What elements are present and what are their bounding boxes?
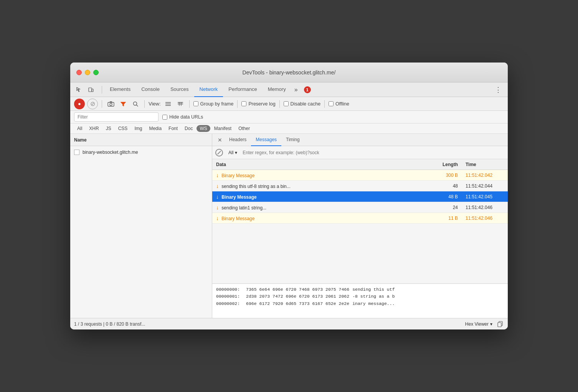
traffic-lights [76, 70, 99, 75]
messages-header-row: Data Length Time [212, 159, 508, 170]
tab-messages[interactable]: Messages [251, 134, 281, 146]
minimize-button[interactable] [85, 70, 90, 75]
main-content: Name binary-websocket.glitch.me ✕ Header… [70, 134, 508, 318]
arrow-down-icon: ↓ [216, 172, 219, 178]
filter-xhr[interactable]: XHR [86, 125, 102, 132]
filter-manifest[interactable]: Manifest [211, 125, 235, 132]
message-row[interactable]: ↓ sending latin1 string... 24 11:51:42.0… [212, 202, 508, 213]
name-column-header: Name [70, 134, 212, 146]
toolbar-divider-4 [237, 100, 238, 108]
message-row[interactable]: ↓ Binary Message 11 B 11:51:42.046 [212, 213, 508, 224]
search-icon[interactable] [130, 99, 140, 109]
message-length-cell: 11 B [423, 216, 462, 221]
tab-headers[interactable]: Headers [225, 134, 251, 146]
view-label: View: [149, 101, 161, 107]
device-toggle-icon[interactable] [86, 84, 96, 95]
toolbar-divider-1 [102, 100, 102, 108]
request-item-name: binary-websocket.glitch.me [83, 150, 138, 155]
toolbar-divider-2 [144, 100, 145, 108]
hex-ascii: -8 string as a b [352, 293, 395, 300]
window-title: DevTools - binary-websocket.glitch.me/ [243, 69, 336, 76]
toolbar-divider-3 [189, 100, 190, 108]
message-data-cell: ↓ Binary Message [212, 194, 423, 200]
message-length-cell: 48 [423, 183, 462, 189]
hex-viewer-dropdown[interactable]: Hex Viewer ▾ [465, 321, 492, 327]
filter-all[interactable]: All [74, 125, 85, 132]
disable-cache-checkbox[interactable]: Disable cache [284, 101, 321, 107]
type-filters-bar: All XHR JS CSS Img Media Font Doc WS Man… [70, 124, 508, 134]
filter-other[interactable]: Other [235, 125, 253, 132]
message-row[interactable]: ↓ sending this utf-8 string as a bin... … [212, 181, 508, 191]
record-button[interactable]: ● [74, 99, 85, 109]
message-row[interactable]: ↓ Binary Message 48 B 11:51:42.045 [212, 191, 508, 202]
svg-line-5 [137, 105, 138, 106]
hex-ascii: sending this utf [352, 286, 395, 293]
filter-ws[interactable]: WS [197, 125, 210, 132]
filter-input[interactable] [74, 112, 159, 122]
toolbar-divider-6 [324, 100, 325, 108]
message-length-cell: 48 B [423, 194, 462, 199]
waterfall-icon[interactable] [175, 99, 185, 109]
copy-button[interactable] [496, 320, 504, 328]
list-view-icon[interactable] [163, 99, 173, 109]
regex-filter-input[interactable] [243, 148, 505, 157]
arrow-down-icon: ↓ [216, 194, 219, 200]
no-entry-icon [215, 149, 223, 156]
data-column-header: Data [212, 162, 423, 167]
tab-memory[interactable]: Memory [263, 82, 291, 97]
tab-performance[interactable]: Performance [223, 82, 262, 97]
arrow-down-icon: ↓ [216, 215, 219, 221]
maximize-button[interactable] [93, 70, 99, 75]
request-item[interactable]: binary-websocket.glitch.me [70, 146, 212, 158]
messages-table: Data Length Time ↓ Binary Message 300 B … [212, 159, 508, 283]
filter-font[interactable]: Font [165, 125, 181, 132]
svg-rect-1 [92, 89, 93, 92]
network-toolbar: ● ⊘ View: [70, 97, 508, 111]
stop-recording-button[interactable]: ⊘ [87, 99, 98, 109]
offline-checkbox[interactable]: Offline [329, 101, 349, 107]
filter-media[interactable]: Media [146, 125, 165, 132]
status-bar: 1 / 3 requests | 0 B / 820 B transf... H… [70, 318, 508, 329]
tab-network[interactable]: Network [194, 82, 223, 97]
filter-css[interactable]: CSS [115, 125, 131, 132]
hex-bytes: 696e 6172 7920 6d65 7373 6167 652e 2e2e [246, 300, 349, 307]
request-item-icon [74, 150, 79, 155]
preserve-log-checkbox[interactable]: Preserve log [241, 101, 275, 107]
requests-panel: Name binary-websocket.glitch.me [70, 134, 212, 318]
message-length-cell: 24 [423, 205, 462, 210]
tab-elements[interactable]: Elements [104, 82, 136, 97]
toolbar-icons [73, 84, 96, 95]
tab-timing[interactable]: Timing [281, 134, 304, 146]
hide-data-urls-checkbox[interactable]: Hide data URLs [162, 114, 203, 120]
hex-line: 00000001: 2d38 2073 7472 696e 6720 6173 … [216, 293, 504, 300]
message-type-dropdown[interactable]: All ▾ [226, 149, 239, 156]
message-row[interactable]: ↓ Binary Message 300 B 11:51:42.042 [212, 170, 508, 181]
message-text: sending latin1 string... [221, 205, 266, 211]
message-time-cell: 11:51:42.042 [462, 173, 508, 178]
group-by-frame-checkbox[interactable]: Group by frame [193, 101, 234, 107]
arrow-down-icon: ↓ [216, 204, 219, 211]
length-column-header: Length [423, 162, 462, 167]
filter-icon[interactable] [118, 99, 128, 109]
message-time-cell: 11:51:42.044 [462, 183, 508, 189]
camera-icon[interactable] [106, 99, 116, 109]
message-text: Binary Message [221, 194, 256, 200]
close-button[interactable] [76, 70, 82, 75]
hex-viewer-panel: 00000000: 7365 6e64 696e 6720 7468 6973 … [212, 283, 508, 318]
time-column-header: Time [462, 162, 508, 167]
devtools-menu-icon[interactable]: ⋮ [492, 84, 505, 96]
message-time-cell: 11:51:42.046 [462, 216, 508, 221]
message-length-cell: 300 B [423, 173, 462, 178]
hex-line: 00000000: 7365 6e64 696e 6720 7468 6973 … [216, 286, 504, 293]
message-data-cell: ↓ sending latin1 string... [212, 204, 423, 211]
filter-bar: Hide data URLs [70, 111, 508, 124]
tab-console[interactable]: Console [136, 82, 165, 97]
filter-doc[interactable]: Doc [182, 125, 196, 132]
filter-js[interactable]: JS [103, 125, 114, 132]
close-detail-button[interactable]: ✕ [215, 135, 225, 145]
tab-divider [102, 86, 102, 94]
filter-img[interactable]: Img [131, 125, 145, 132]
tab-sources[interactable]: Sources [165, 82, 194, 97]
more-tabs-button[interactable]: » [291, 85, 301, 95]
inspect-icon[interactable] [73, 84, 84, 95]
